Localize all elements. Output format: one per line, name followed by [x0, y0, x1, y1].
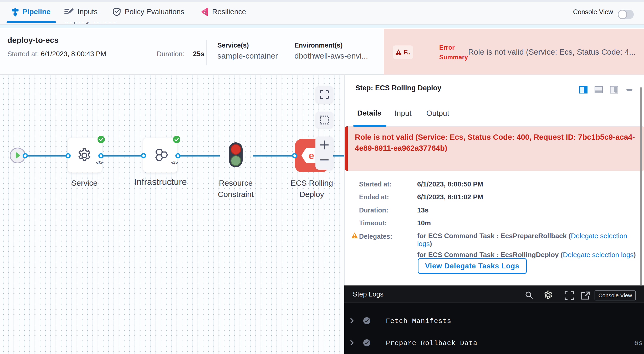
svg-text:e: e: [309, 150, 314, 161]
